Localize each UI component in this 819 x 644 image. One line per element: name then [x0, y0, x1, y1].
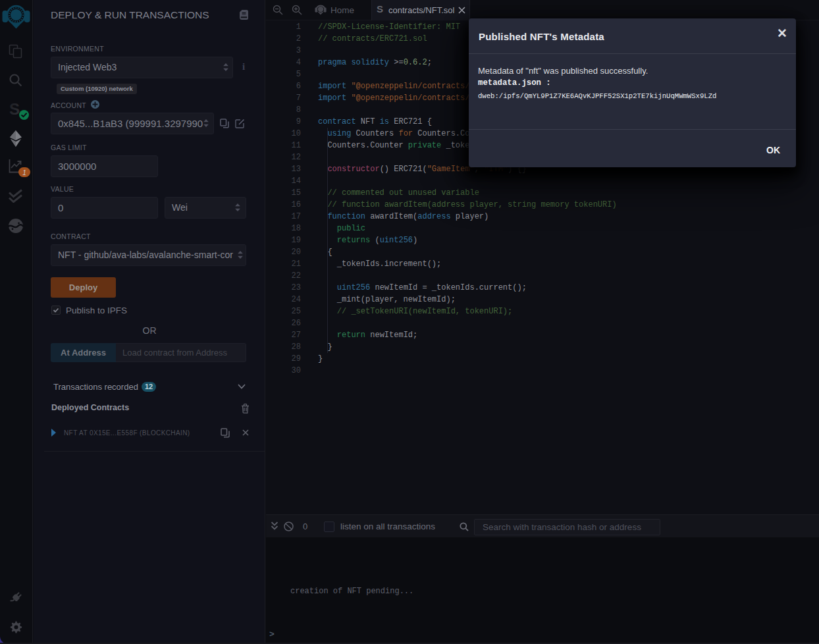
- svg-text:S: S: [9, 101, 20, 118]
- svg-text:1: 1: [22, 169, 26, 176]
